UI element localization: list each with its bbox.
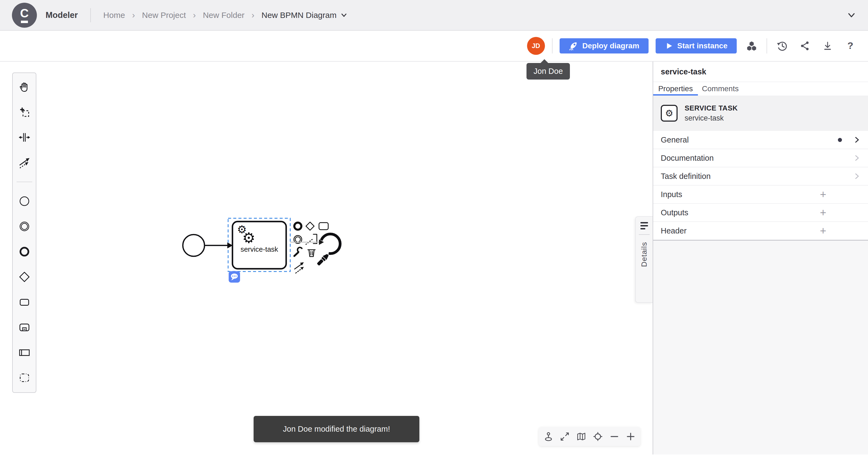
global-connect-tool[interactable] <box>18 157 31 169</box>
top-navigation-bar: C Modeler Home › New Project › New Folde… <box>0 0 868 31</box>
toast-notification: Jon Doe modified the diagram! <box>254 416 420 442</box>
avatar-tooltip: Jon Doe <box>527 63 570 80</box>
section-documentation[interactable]: Documentation <box>653 149 868 167</box>
history-icon[interactable] <box>774 38 790 54</box>
create-intermediate-event[interactable] <box>18 220 31 233</box>
create-start-event[interactable] <box>18 195 31 207</box>
chevron-right-icon <box>854 173 860 180</box>
comment-bubble-icon[interactable] <box>229 271 240 283</box>
palette-divider <box>17 181 32 182</box>
service-task-gears-icon: ⚙ <box>242 229 255 247</box>
append-text-annotation-icon[interactable] <box>306 234 317 244</box>
chevron-right-icon <box>854 154 860 162</box>
chevron-down-icon <box>340 12 347 19</box>
center-selection-icon[interactable] <box>591 430 604 443</box>
breadcrumb: Home › New Project › New Folder › New BP… <box>103 10 347 20</box>
change-type-wrench-icon[interactable] <box>294 247 302 256</box>
play-icon <box>665 42 673 50</box>
create-gateway[interactable] <box>18 271 31 283</box>
append-gateway-icon[interactable] <box>306 222 314 230</box>
rocket-icon <box>569 41 578 51</box>
panel-tabs: Properties Comments <box>653 82 868 95</box>
properties-panel: service-task Properties Comments ⚙ SERVI… <box>653 62 868 454</box>
curved-arrow-annotation <box>321 234 340 254</box>
elements-cluster-icon[interactable] <box>744 38 760 54</box>
divider <box>552 38 553 54</box>
fit-viewport-icon[interactable] <box>558 430 571 443</box>
details-panel-tab[interactable]: Details <box>635 216 653 303</box>
bpmn-diagram: ⚙ ⚙ service-task <box>0 62 653 454</box>
append-task-icon[interactable] <box>319 223 328 230</box>
create-subprocess[interactable] <box>18 321 31 334</box>
panel-title: service-task <box>653 62 868 82</box>
breadcrumb-home[interactable]: Home <box>103 10 125 20</box>
breadcrumb-project[interactable]: New Project <box>142 10 186 20</box>
service-task-label: service-task <box>241 245 279 253</box>
zoom-in-icon[interactable] <box>624 430 638 443</box>
deploy-diagram-button[interactable]: Deploy diagram <box>560 38 649 54</box>
canvas-nav-controls <box>539 427 641 446</box>
breadcrumb-folder[interactable]: New Folder <box>203 10 244 20</box>
divider <box>90 8 91 22</box>
avatar[interactable]: JD <box>527 37 545 55</box>
breadcrumb-separator: › <box>132 10 135 20</box>
breadcrumb-separator: › <box>193 10 196 20</box>
connect-tool-icon[interactable] <box>294 262 304 273</box>
help-icon[interactable]: ? <box>842 38 858 54</box>
reset-origin-icon[interactable] <box>542 430 555 443</box>
service-task-shape[interactable]: ⚙ ⚙ service-task <box>232 222 286 269</box>
diagram-canvas[interactable]: ⚙ ⚙ service-task <box>0 62 653 454</box>
section-general[interactable]: General <box>653 131 868 149</box>
list-icon <box>641 222 648 229</box>
zoom-out-icon[interactable] <box>608 430 621 443</box>
camunda-logo[interactable]: C <box>12 3 37 28</box>
create-group[interactable] <box>18 372 31 384</box>
share-icon[interactable] <box>797 38 813 54</box>
collapse-header-chevron-icon[interactable] <box>847 10 856 20</box>
panel-empty-area <box>653 240 868 454</box>
brush-cursor-icon <box>316 253 330 266</box>
download-icon[interactable] <box>820 38 835 54</box>
element-name-label: service-task <box>685 114 738 122</box>
action-toolbar: JD Deploy diagram Start instance <box>0 31 868 62</box>
hand-tool[interactable] <box>18 81 31 93</box>
section-header[interactable]: Header + <box>653 222 868 240</box>
start-instance-button[interactable]: Start instance <box>656 38 737 54</box>
delete-trash-icon[interactable] <box>308 250 315 257</box>
space-tool[interactable] <box>18 131 31 144</box>
create-end-event[interactable] <box>18 246 31 258</box>
app-title: Modeler <box>45 10 78 20</box>
start-event[interactable] <box>183 234 205 256</box>
section-inputs[interactable]: Inputs + <box>653 186 868 204</box>
chevron-right-icon <box>854 136 860 143</box>
tab-comments[interactable]: Comments <box>698 82 743 95</box>
divider <box>767 38 767 54</box>
service-task-icon: ⚙ <box>661 105 678 122</box>
create-task[interactable] <box>18 296 31 308</box>
section-outputs[interactable]: Outputs + <box>653 204 868 222</box>
element-palette <box>12 73 36 393</box>
create-participant[interactable] <box>18 346 31 359</box>
element-header: ⚙ SERVICE TASK service-task <box>653 95 868 131</box>
lasso-tool[interactable] <box>18 106 31 118</box>
section-task-definition[interactable]: Task definition <box>653 167 868 186</box>
filled-dot-indicator <box>838 138 842 142</box>
details-tab-label: Details <box>640 242 649 267</box>
minimap-icon[interactable] <box>575 430 588 443</box>
breadcrumb-separator: › <box>251 10 254 20</box>
element-type-label: SERVICE TASK <box>685 104 738 112</box>
tab-properties[interactable]: Properties <box>653 82 698 95</box>
sequence-flow[interactable] <box>205 243 233 248</box>
breadcrumb-diagram[interactable]: New BPMN Diagram <box>261 10 347 20</box>
append-end-event-icon[interactable] <box>294 223 301 230</box>
svg-text:?: ? <box>847 40 854 51</box>
